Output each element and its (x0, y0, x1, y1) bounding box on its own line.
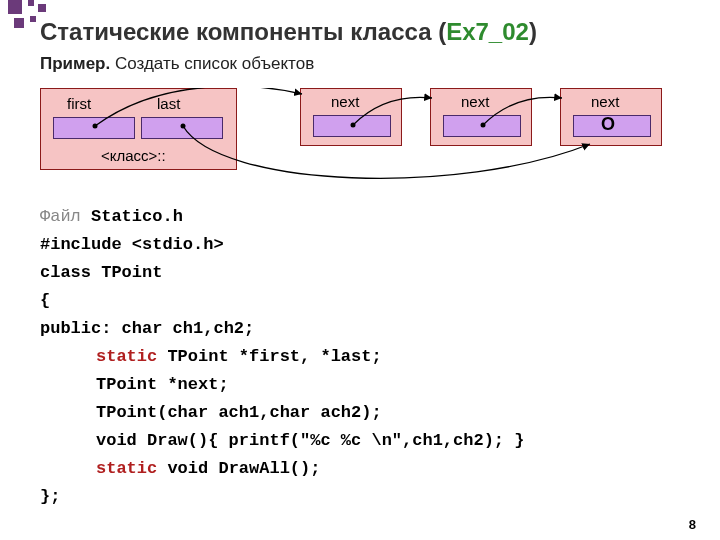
class-box: first last <класс>:: (40, 88, 237, 170)
node-3: next O (560, 88, 662, 146)
title-pre: Статические компоненты класса ( (40, 18, 446, 45)
node3-label: next (591, 93, 619, 110)
node1-label: next (331, 93, 359, 110)
title-post: ) (529, 18, 537, 45)
code-line-6: static TPoint *first, *last; (40, 343, 710, 371)
code-l5: public: char ch1,ch2; (40, 319, 254, 338)
node2-slot (443, 115, 521, 137)
code-l6b: TPoint *first, *last; (157, 347, 381, 366)
null-marker: O (601, 114, 615, 135)
code-block: Файл Statico.h #include <stdio.h> class … (0, 203, 720, 512)
class-caption: <класс>:: (101, 147, 166, 164)
subtitle-rest: Создать список объектов (110, 54, 314, 73)
subtitle-bold: Пример. (40, 54, 110, 73)
node-2: next (430, 88, 532, 146)
code-line-8: TPoint(char ach1,char ach2); (40, 399, 710, 427)
code-line-7: TPoint *next; (40, 371, 710, 399)
code-l9: void Draw(){ printf("%c %c \n",ch1,ch2);… (96, 431, 524, 450)
code-l8: TPoint(char ach1,char ach2); (96, 403, 382, 422)
code-line-4: { (40, 287, 710, 315)
code-l10a: static (96, 459, 157, 478)
slot-first (53, 117, 135, 139)
label-last: last (157, 95, 180, 112)
code-line-2: #include <stdio.h> (40, 231, 710, 259)
code-l11: }; (40, 487, 60, 506)
label-first: first (67, 95, 91, 112)
code-line-11: }; (40, 483, 710, 511)
node2-label: next (461, 93, 489, 110)
code-l2: #include <stdio.h> (40, 235, 224, 254)
code-l6a: static (96, 347, 157, 366)
page-number: 8 (689, 517, 696, 532)
code-line-5: public: char ch1,ch2; (40, 315, 710, 343)
slide-title: Статические компоненты класса (Ex7_02) (0, 0, 720, 50)
code-l10b: void DrawAll(); (157, 459, 320, 478)
code-l3: class TPoint (40, 263, 162, 282)
title-code: Ex7_02 (446, 18, 529, 45)
slot-last (141, 117, 223, 139)
code-l7: TPoint *next; (96, 375, 229, 394)
code-l4: { (40, 291, 50, 310)
node1-slot (313, 115, 391, 137)
slide-subtitle: Пример. Создать список объектов (0, 50, 720, 84)
code-line-10: static void DrawAll(); (40, 455, 710, 483)
linked-list-diagram: first last <класс>:: next next next O (40, 88, 710, 203)
node-1: next (300, 88, 402, 146)
code-line-1: Файл Statico.h (40, 203, 710, 231)
code-l1b: Statico.h (81, 207, 183, 226)
code-line-3: class TPoint (40, 259, 710, 287)
code-l1a: Файл (40, 207, 81, 226)
code-line-9: void Draw(){ printf("%c %c \n",ch1,ch2);… (40, 427, 710, 455)
corner-decoration (8, 0, 68, 30)
